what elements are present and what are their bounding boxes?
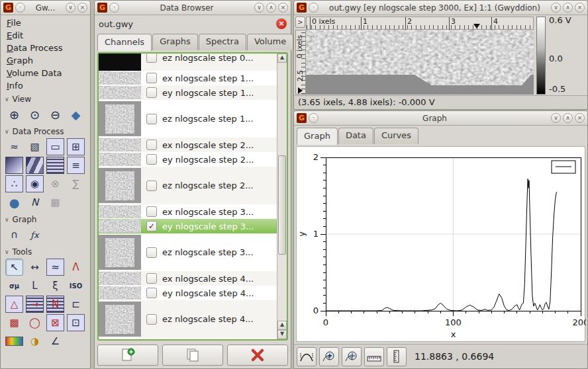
image-titlebar[interactable]: G · out.gwy [ey nlogscale step 3000, Ex]…: [294, 1, 587, 15]
distance-tool-icon[interactable]: ↔: [26, 259, 44, 276]
menu-graph[interactable]: Graph: [1, 55, 90, 67]
visibility-checkbox[interactable]: [146, 206, 157, 217]
toolbox-titlebar[interactable]: G · Gw... ∨ ×: [1, 1, 90, 15]
statistics-tool-icon[interactable]: σμ: [5, 277, 23, 294]
channel-row[interactable]: ey nlogscale step 4...: [99, 286, 277, 300]
three-point-level-tool-icon[interactable]: △: [5, 296, 23, 313]
unshade-button[interactable]: ∧: [563, 3, 573, 13]
shade-button[interactable]: ∨: [551, 113, 561, 123]
shade-button[interactable]: ∨: [66, 3, 75, 13]
channel-row[interactable]: ex nlogscale step 2...: [99, 138, 277, 152]
visibility-checkbox[interactable]: [146, 54, 157, 63]
tab-curves[interactable]: Curves: [374, 128, 418, 144]
visibility-checkbox[interactable]: [146, 273, 157, 284]
menu-info[interactable]: Info: [1, 80, 90, 93]
channel-row[interactable]: ex nlogscale step 4...: [99, 271, 277, 286]
menu-data-process[interactable]: Data Process: [1, 42, 90, 55]
menu-volume-data[interactable]: Volume Data: [1, 67, 90, 80]
channel-row[interactable]: ez nlogscale step 0...: [99, 54, 277, 71]
zoom-in-icon[interactable]: ⊕: [5, 106, 23, 123]
close-button[interactable]: ×: [575, 113, 585, 123]
window-menu-button[interactable]: ·: [309, 113, 318, 123]
visibility-checkbox-checked[interactable]: ✓: [146, 221, 157, 231]
section-view[interactable]: ∨View: [1, 93, 90, 104]
unshade-button[interactable]: ∧: [563, 113, 573, 123]
y-ruler-button[interactable]: [387, 347, 407, 366]
close-file-icon[interactable]: ×: [276, 19, 287, 29]
window-menu-button[interactable]: ·: [309, 3, 318, 13]
roughness-tool-icon[interactable]: ξ: [46, 277, 64, 294]
tab-channels[interactable]: Channels: [97, 34, 152, 51]
tab-volume[interactable]: Volume: [247, 34, 293, 50]
browser-titlebar[interactable]: G · Data Browser ∨ ∧ ×: [95, 1, 291, 15]
close-button[interactable]: ×: [77, 3, 87, 13]
profile-tool-icon[interactable]: ≈: [46, 259, 64, 276]
section-data-process[interactable]: ∨Data Process: [1, 125, 90, 137]
grain-remove-icon[interactable]: ⊗: [46, 175, 64, 192]
zoom-out-icon[interactable]: ⊖: [46, 106, 64, 123]
visibility-checkbox[interactable]: [146, 140, 157, 150]
horizontal-ruler[interactable]: 0 ixels 1 2 3 4: [306, 17, 534, 30]
grain-mark-icon[interactable]: ∴: [5, 175, 23, 192]
delete-channel-button[interactable]: [227, 345, 288, 366]
level-points-tool-icon[interactable]: ∠: [46, 333, 64, 350]
tab-graphs[interactable]: Graphs: [152, 34, 198, 50]
graph-zoom-in-button[interactable]: [319, 347, 339, 366]
graph-function-fit-icon[interactable]: ƒx: [26, 226, 44, 243]
graph-titlebar[interactable]: G · Graph ∨ ∧ ×: [294, 111, 587, 126]
scroll-up-icon[interactable]: ▲: [277, 321, 287, 330]
grain-measure-tool-icon[interactable]: ◯: [26, 314, 44, 331]
expander-button[interactable]: >: [295, 17, 305, 28]
unshade-button[interactable]: ∧: [266, 3, 276, 13]
window-menu-button[interactable]: ·: [15, 3, 25, 13]
view-3d-icon[interactable]: ◆: [67, 106, 85, 123]
stack-extract-icon[interactable]: ⊞: [67, 138, 85, 155]
line-correct-icon[interactable]: [46, 157, 64, 174]
visibility-checkbox[interactable]: [146, 154, 157, 165]
spectro-tool-icon[interactable]: Λ: [67, 259, 85, 276]
vertical-ruler[interactable]: 0 ixels 2.5: [295, 30, 306, 95]
line-chart[interactable]: 0100200012xy: [297, 147, 586, 341]
channel-row[interactable]: ez nlogscale step 1...: [99, 100, 277, 138]
polynomial-background-icon[interactable]: N: [26, 194, 44, 211]
shade-button[interactable]: ∨: [551, 3, 561, 13]
close-button[interactable]: ×: [278, 3, 288, 13]
tab-spectra[interactable]: Spectra: [199, 34, 246, 50]
visibility-checkbox[interactable]: [146, 87, 157, 98]
gradient-presentation-icon[interactable]: [5, 157, 23, 174]
channel-row[interactable]: ey nlogscale step 1...: [99, 85, 277, 100]
path-level-tool-icon[interactable]: →: [26, 296, 44, 313]
channel-row[interactable]: ex nlogscale step 3...: [99, 204, 277, 219]
graph-fix-axes-button[interactable]: [297, 347, 317, 366]
visibility-checkbox[interactable]: [146, 247, 157, 258]
zoom-1-1-icon[interactable]: ⊙: [26, 106, 44, 123]
channel-row[interactable]: ez nlogscale step 3...: [99, 233, 277, 271]
sphere-revolve-icon[interactable]: ●: [5, 194, 23, 211]
mask-editor-tool-icon[interactable]: ▩: [5, 314, 23, 331]
visibility-checkbox[interactable]: [146, 73, 157, 83]
resize-crop-icon[interactable]: ▭: [46, 138, 64, 155]
channel-row-selected[interactable]: ✓ ey nlogscale step 3...: [99, 219, 277, 233]
spot-remove-tool-icon[interactable]: ⊡: [67, 314, 85, 331]
menu-edit[interactable]: Edit: [1, 30, 90, 42]
visibility-checkbox[interactable]: [146, 314, 157, 325]
visibility-checkbox[interactable]: [146, 288, 157, 298]
graph-zoom-restore-button[interactable]: [342, 347, 362, 366]
grain-watershed-icon[interactable]: ◉: [26, 175, 44, 192]
x-ruler-button[interactable]: [364, 347, 384, 366]
visibility-checkbox[interactable]: [146, 181, 157, 191]
menu-file[interactable]: File: [1, 17, 90, 30]
calibrate-icon[interactable]: ≈: [5, 138, 23, 155]
grain-remove-tool-icon[interactable]: ⊠: [46, 314, 64, 331]
graph-height-dist-icon[interactable]: ∩: [5, 226, 23, 243]
list-scrollbar[interactable]: ▲ ▲ ▼: [277, 54, 287, 339]
section-graph[interactable]: ∨Graph: [1, 213, 90, 225]
false-color-bar[interactable]: [536, 17, 546, 95]
crop-tool-icon[interactable]: ⊏: [67, 296, 85, 313]
close-button[interactable]: ×: [575, 3, 585, 13]
scroll-up-icon[interactable]: ▲: [277, 54, 287, 63]
color-range-tool-icon[interactable]: [5, 337, 23, 346]
scrollbar-thumb[interactable]: [278, 155, 286, 255]
mask-morph-icon[interactable]: ▦: [46, 194, 64, 211]
duplicate-channel-button[interactable]: [162, 345, 223, 366]
